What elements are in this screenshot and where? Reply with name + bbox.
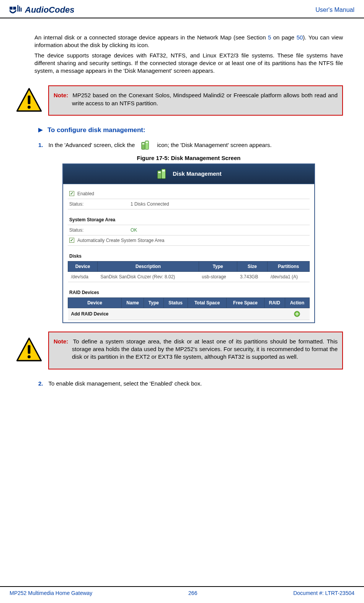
raid-header-row: Device Name Type Status Total Space Free… xyxy=(68,297,310,308)
disks-header-size: Size xyxy=(237,261,268,271)
para1-b: on page xyxy=(271,34,296,41)
enabled-row: ✓ Enabled xyxy=(68,189,310,199)
enabled-checkbox[interactable]: ✓ xyxy=(69,191,74,196)
paragraph-1: An internal disk or a connected storage … xyxy=(34,34,343,49)
raid-table: Device Name Type Status Total Space Free… xyxy=(68,297,310,320)
svg-rect-4 xyxy=(21,8,22,11)
footer-right: Document #: LTRT-23504 xyxy=(293,590,354,596)
note-2-label: Note: xyxy=(54,338,68,345)
raid-header-status: Status xyxy=(163,297,188,308)
step-2-text: To enable disk management, select the 'E… xyxy=(49,380,202,387)
page-footer: MP252 Multimedia Home Gateway 266 Docume… xyxy=(0,586,364,603)
disks-header-type: Type xyxy=(199,261,237,271)
section-disks: Disks xyxy=(68,246,310,261)
step-2-number: 2. xyxy=(38,380,43,387)
disks-header-partitions: Partitions xyxy=(268,261,310,271)
raid-header-name: Name xyxy=(122,297,144,308)
figure-caption: Figure 17-5: Disk Management Screen xyxy=(34,155,343,161)
disk-size: 3.743GB xyxy=(237,271,268,282)
note-1: Note: MP252 based on the Conexant Solos,… xyxy=(15,85,343,116)
audiocodes-logo-icon xyxy=(10,5,23,15)
note-2-box: Note: To define a system storage area, t… xyxy=(48,332,343,369)
status-label: Status: xyxy=(69,201,131,207)
disk-type: usb-storage xyxy=(199,271,237,282)
svg-rect-3 xyxy=(19,7,20,12)
svg-rect-2 xyxy=(17,5,18,11)
svg-point-22 xyxy=(28,355,31,358)
page-link-50[interactable]: 50 xyxy=(297,34,303,41)
disks-header-row: Device Description Type Size Partitions xyxy=(68,261,310,271)
logo-text: AudioCodes xyxy=(25,5,75,15)
procedure-heading: To configure disk management: xyxy=(47,126,145,134)
disk-description: SanDisk SanDisk Cruzer (Rev: 8.02) xyxy=(98,271,199,282)
add-raid-row[interactable]: Add RAID Device xyxy=(68,308,310,320)
svg-rect-19 xyxy=(295,314,299,314)
svg-rect-12 xyxy=(142,143,145,144)
note-1-box: Note: MP252 based on the Conexant Solos,… xyxy=(48,85,343,116)
screenshot-titlebar: Disk Management xyxy=(63,164,314,184)
auto-create-label: Automatically Create System Storage Area xyxy=(77,238,164,243)
disk-management-icon xyxy=(140,139,152,151)
raid-header-raid: RAID xyxy=(264,297,285,308)
raid-header-type: Type xyxy=(144,297,163,308)
status-value: 1 Disks Connected xyxy=(131,201,169,207)
raid-header-device: Device xyxy=(68,297,122,308)
warning-icon xyxy=(15,337,43,364)
header-right-text: User's Manual xyxy=(315,7,354,13)
disk-management-title-icon xyxy=(156,167,169,180)
svg-rect-6 xyxy=(28,95,31,104)
para1-a: An internal disk or a connected storage … xyxy=(34,34,268,41)
disk-device: /dev/sda xyxy=(68,271,98,282)
status-row: Status: 1 Disks Connected xyxy=(68,199,310,209)
svg-rect-16 xyxy=(158,172,161,173)
screenshot-title: Disk Management xyxy=(173,170,222,177)
section-raid: RAID Devices xyxy=(68,282,310,297)
storage-status-label: Status: xyxy=(69,227,131,233)
raid-header-free-space: Free Space xyxy=(227,297,264,308)
storage-status-row: Status: OK xyxy=(68,225,310,235)
disks-header-device: Device xyxy=(68,261,98,271)
logo: AudioCodes xyxy=(10,5,75,15)
add-raid-action-cell[interactable] xyxy=(285,308,309,320)
note-2: Note: To define a system storage area, t… xyxy=(15,332,343,369)
note-1-text: MP252 based on the Conexant Solos, Minds… xyxy=(72,92,338,106)
page-content: An internal disk or a connected storage … xyxy=(0,18,364,387)
paragraph-2: The device supports storage devices with… xyxy=(34,52,343,75)
svg-rect-0 xyxy=(10,7,13,10)
storage-status-value: OK xyxy=(131,227,137,233)
warning-icon xyxy=(15,87,43,114)
plus-icon[interactable] xyxy=(294,310,300,317)
svg-rect-11 xyxy=(146,142,148,143)
svg-marker-8 xyxy=(38,128,43,132)
disks-data-row[interactable]: /dev/sda SanDisk SanDisk Cruzer (Rev: 8.… xyxy=(68,271,310,282)
page-header: AudioCodes User's Manual xyxy=(0,0,364,18)
step-1: 1. In the 'Advanced' screen, click the i… xyxy=(38,139,343,151)
disk-partitions: /dev/sda1 (A) xyxy=(268,271,310,282)
svg-point-7 xyxy=(28,105,31,108)
step-1-number: 1. xyxy=(38,142,43,148)
section-system-storage: System Storage Area xyxy=(68,209,310,225)
disks-header-description: Description xyxy=(98,261,199,271)
screenshot-wrap: Disk Management ✓ Enabled Status: 1 Disk… xyxy=(34,163,343,323)
footer-page-number: 266 xyxy=(188,590,197,596)
add-raid-label: Add RAID Device xyxy=(68,308,122,320)
procedure-heading-row: To configure disk management: xyxy=(38,126,343,134)
note-2-text: To define a system storage area, the dis… xyxy=(72,338,338,360)
disk-management-screenshot: Disk Management ✓ Enabled Status: 1 Disk… xyxy=(62,163,315,323)
step-1-text-a: In the 'Advanced' screen, click the xyxy=(49,142,135,148)
disks-table: Device Description Type Size Partitions … xyxy=(68,261,310,282)
svg-rect-1 xyxy=(13,7,16,10)
auto-create-checkbox[interactable]: ✓ xyxy=(69,238,74,243)
enabled-label: Enabled xyxy=(77,191,94,196)
svg-rect-21 xyxy=(28,345,31,354)
note-1-label: Note: xyxy=(54,92,68,98)
auto-create-row: ✓ Automatically Create System Storage Ar… xyxy=(68,235,310,246)
chevron-right-icon xyxy=(38,127,44,133)
step-2: 2. To enable disk management, select the… xyxy=(38,380,343,387)
screenshot-body: ✓ Enabled Status: 1 Disks Connected Syst… xyxy=(63,184,314,322)
step-1-text-b: icon; the 'Disk Management' screen appea… xyxy=(157,142,271,148)
svg-rect-15 xyxy=(162,170,165,171)
footer-left: MP252 Multimedia Home Gateway xyxy=(10,590,92,596)
raid-header-action: Action xyxy=(285,297,309,308)
raid-header-total-space: Total Space xyxy=(188,297,226,308)
